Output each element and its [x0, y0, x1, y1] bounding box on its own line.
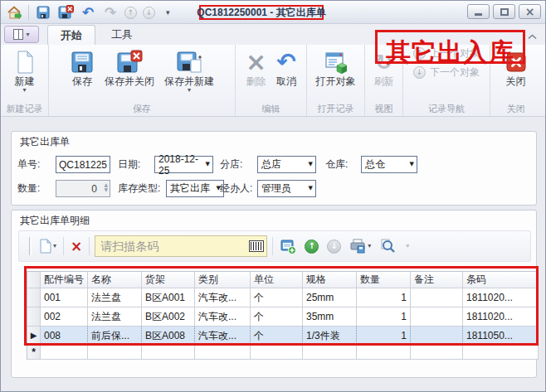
column-header[interactable]: 单位 [251, 272, 303, 288]
maximize-button[interactable] [493, 4, 515, 19]
move-up-button[interactable]: ↑ [303, 235, 320, 257]
scan-barcode-input[interactable] [95, 235, 267, 257]
table-cell[interactable]: 35mm [303, 307, 357, 327]
column-header[interactable]: 规格 [303, 272, 357, 288]
column-header[interactable]: 配件编号 [41, 272, 88, 288]
save-icon[interactable] [35, 4, 51, 21]
close-form-button[interactable]: 关闭 [500, 46, 533, 87]
column-header[interactable]: 备注 [411, 272, 463, 288]
table-cell[interactable]: 个 [251, 327, 303, 346]
home-icon[interactable] [6, 4, 22, 21]
minimize-button[interactable] [467, 4, 490, 19]
table-cell[interactable]: 25mm [303, 288, 357, 307]
column-header[interactable]: 条码 [463, 272, 539, 288]
green-up-icon: ↑ [305, 240, 319, 254]
title-annotation-box: QC1812250001 - 其它出库单 [199, 5, 324, 20]
table-cell[interactable] [411, 307, 463, 327]
table-cell[interactable]: 1 [357, 307, 411, 327]
tab-start[interactable]: 开始 [47, 25, 95, 45]
table-cell[interactable]: 法兰盘 [88, 307, 142, 327]
table-cell[interactable]: 1811050... [463, 327, 539, 346]
toolbar-grip-handle[interactable] [29, 237, 32, 255]
add-detail-button[interactable] [278, 235, 298, 257]
undo-icon[interactable]: ↶ [80, 4, 96, 21]
detail-table: 配件编号 名称 货架 类别 单位 规格 数量 备注 条码 001 法兰盘 B区A… [27, 271, 539, 360]
table-cell[interactable]: 汽车改... [195, 288, 251, 307]
new-row-cell[interactable] [251, 346, 303, 360]
table-cell[interactable]: B区A008 [142, 327, 195, 346]
save-close-icon[interactable] [57, 4, 74, 21]
tab-tools[interactable]: 工具 [99, 25, 145, 45]
save-button[interactable]: 保存 [66, 46, 99, 87]
toolbar-separator [28, 5, 29, 20]
detail-toolbar: ▾ × ↑ [18, 230, 531, 262]
table-cell[interactable]: 法兰盘 [88, 288, 142, 307]
toolbar-separator [63, 237, 64, 255]
up-circle-icon: ↑ [413, 47, 426, 60]
add-row-button[interactable]: ▾ [37, 235, 58, 257]
table-cell[interactable]: 汽车改... [195, 327, 251, 346]
table-cell[interactable]: 1811020... [463, 288, 539, 307]
new-row-cell[interactable] [357, 346, 411, 360]
column-header[interactable]: 数量 [357, 272, 411, 288]
open-object-button[interactable]: 打开对象 [312, 46, 360, 87]
stock-type-select[interactable]: 其它出库 ▼ [166, 180, 224, 197]
date-select[interactable]: 2018-12-25 ▼ [154, 156, 213, 173]
new-row-cell[interactable] [411, 346, 463, 360]
qat-customize-dropdown-icon[interactable]: ▾ [166, 9, 170, 17]
table-cell[interactable]: 汽车改... [195, 307, 251, 327]
new-row-selector[interactable]: * [27, 346, 41, 360]
operator-select[interactable]: 管理员 ▼ [257, 180, 316, 197]
table-cell[interactable]: 前后保... [88, 327, 142, 346]
table-cell[interactable]: 001 [41, 288, 88, 307]
current-row-selector[interactable]: ▶ [27, 327, 41, 346]
table-cell[interactable]: 个 [251, 307, 303, 327]
table-cell[interactable] [411, 288, 463, 307]
save-and-new-button[interactable]: 保存并新建 ▾ [160, 46, 218, 94]
quantity-label: 数量: [17, 180, 40, 197]
table-cell[interactable]: 个 [251, 288, 303, 307]
warehouse-select[interactable]: 总仓 ▼ [361, 156, 417, 173]
row-selector[interactable] [27, 288, 41, 307]
ribbon-group-save: 保存 保存并关闭 [49, 45, 236, 116]
new-row-cell[interactable] [195, 346, 251, 360]
app-menu-icon [13, 29, 23, 40]
close-button[interactable]: × [519, 4, 541, 19]
group-label-close: 关闭 [490, 103, 541, 116]
save-and-close-button[interactable]: 保存并关闭 [100, 46, 158, 87]
table-cell[interactable]: 008 [41, 327, 88, 346]
new-row-cell[interactable] [463, 346, 539, 360]
app-menu-button[interactable]: ▾ [4, 26, 39, 43]
delete-row-button[interactable]: × [69, 235, 84, 257]
export-button[interactable]: ▾ [348, 235, 373, 257]
toolbar-separator [272, 237, 273, 255]
table-cell[interactable]: 1/3件装 [303, 327, 357, 346]
row-selector[interactable] [27, 307, 41, 327]
column-header[interactable]: 货架 [142, 272, 195, 288]
group-label-edit: 编辑 [236, 103, 306, 116]
table-cell[interactable]: 002 [41, 307, 88, 327]
search-button[interactable] [378, 235, 397, 257]
branch-select[interactable]: 总店 ▼ [257, 156, 316, 173]
cancel-button[interactable]: ↶ 取消 [272, 46, 300, 87]
table-cell[interactable]: 1811020... [463, 307, 539, 327]
new-row-cell[interactable] [41, 346, 88, 360]
column-header[interactable]: 类别 [195, 272, 251, 288]
refresh-icon: ↻ [375, 48, 393, 75]
order-no-input[interactable] [56, 156, 110, 173]
new-row-cell[interactable] [88, 346, 142, 360]
table-cell[interactable]: B区A001 [142, 288, 195, 307]
new-row-cell[interactable] [303, 346, 357, 360]
new-row-cell[interactable] [142, 346, 195, 360]
new-button[interactable]: 新建 ▾ [8, 46, 41, 94]
row-selector-header[interactable] [27, 272, 41, 288]
quantity-stepper: 0 ▲▼ [56, 180, 110, 197]
stock-type-label: 库存类型: [118, 180, 160, 197]
table-cell[interactable] [411, 327, 463, 346]
table-cell[interactable]: 1 [357, 288, 411, 307]
column-header[interactable]: 名称 [88, 272, 142, 288]
table-cell[interactable]: 1 [357, 327, 411, 346]
ribbon-group-new-record: 新建 ▾ 新建记录 [1, 45, 49, 116]
table-cell[interactable]: B区A002 [142, 307, 195, 327]
collapse-ribbon-icon[interactable] [528, 31, 537, 42]
